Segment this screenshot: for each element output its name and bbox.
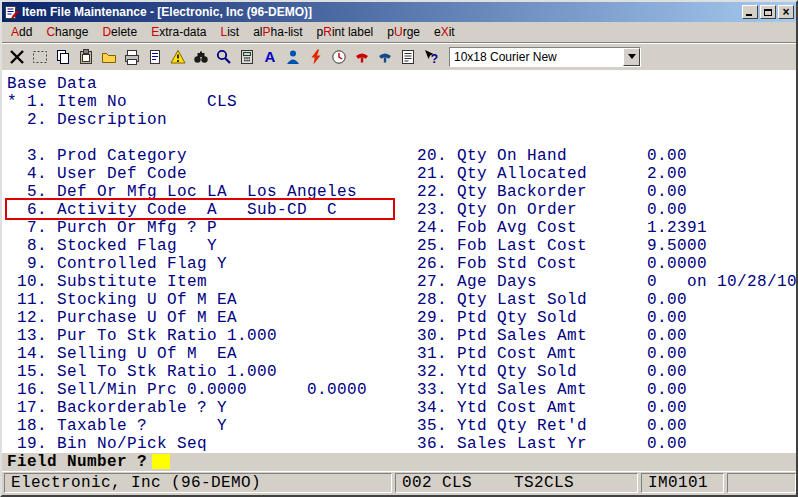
field-row: 11. Stocking U Of M EA	[7, 291, 367, 309]
activity-code-highlight	[5, 198, 395, 220]
status-panel-program: IM0101	[641, 473, 724, 493]
close-button[interactable]: ×	[778, 5, 794, 19]
field-row: 14. Selling U Of M EA	[7, 345, 367, 363]
svg-text:?: ?	[431, 51, 438, 65]
app-window: Item File Maintenance - [Electronic, Inc…	[0, 0, 798, 497]
menu-add[interactable]: Add	[4, 23, 39, 41]
minimize-icon	[746, 14, 752, 16]
field-row: 13. Pur To Stk Ratio 1.000	[7, 327, 367, 345]
font-icon[interactable]: A	[259, 46, 281, 68]
chevron-down-icon	[628, 54, 636, 59]
warning-icon[interactable]	[167, 46, 189, 68]
status-panel-extra	[727, 473, 796, 493]
field-row: 9. Controlled Flag Y	[7, 255, 367, 273]
find-icon[interactable]	[190, 46, 212, 68]
menu-extra-data[interactable]: Extra-data	[144, 23, 213, 41]
folder-icon[interactable]	[98, 46, 120, 68]
field-row: 18. Taxable ? Y	[7, 417, 367, 435]
field-number-prompt: Field Number ?	[2, 453, 147, 471]
status-panel-codes: 002 CLS TS2CLS	[395, 473, 638, 493]
menu-purge[interactable]: pUrge	[380, 23, 427, 41]
field-row: 27. Age Days 0 on 10/28/10	[417, 273, 796, 291]
field-row: 35. Ytd Qty Ret'd 0.00	[417, 417, 796, 435]
status-panel-company: Electronic, Inc (96-DEMO)	[4, 473, 392, 493]
field-row: 36. Sales Last Yr 0.00	[417, 435, 796, 453]
right-field-column: 20. Qty On Hand 0.0021. Qty Allocated 2.…	[417, 147, 796, 453]
font-selector-value: 10x18 Courier New	[450, 50, 623, 64]
field-row: 34. Ytd Cost Amt 0.00	[417, 399, 796, 417]
field-row: 15. Sel To Stk Ratio 1.000	[7, 363, 367, 381]
item-no-line: * 1. Item No CLS	[7, 93, 237, 111]
field-row: 23. Qty On Order 0.00	[417, 201, 796, 219]
field-row: 26. Fob Std Cost 0.0000	[417, 255, 796, 273]
status-code: 002 CLS	[402, 474, 472, 492]
phone-red-icon[interactable]	[351, 46, 373, 68]
print-icon[interactable]	[121, 46, 143, 68]
maximize-icon	[764, 9, 772, 16]
field-number-bar: Field Number ?	[2, 453, 796, 471]
phone-icon[interactable]	[374, 46, 396, 68]
exit-icon[interactable]	[6, 46, 28, 68]
field-row: 3. Prod Category	[7, 147, 367, 165]
status-program: IM0101	[648, 474, 708, 492]
menu-bar: Add Change Delete Extra-data List alPha-…	[2, 22, 796, 42]
menu-alpha-list[interactable]: alPha-list	[246, 23, 309, 41]
status-bar: Electronic, Inc (96-DEMO) 002 CLS TS2CLS…	[2, 471, 796, 495]
form-icon[interactable]	[144, 46, 166, 68]
section-header: Base Data	[7, 75, 97, 93]
field-row: 30. Ptd Sales Amt 0.00	[417, 327, 796, 345]
field-row: 19. Bin No/Pick Seq	[7, 435, 367, 453]
clock-icon[interactable]	[328, 46, 350, 68]
minimize-button[interactable]	[742, 5, 758, 19]
input-cursor[interactable]	[152, 454, 170, 469]
field-row: 16. Sell/Min Prc 0.0000 0.0000	[7, 381, 367, 399]
field-row: 28. Qty Last Sold 0.00	[417, 291, 796, 309]
description-line: 2. Description	[7, 111, 167, 129]
field-row: 24. Fob Avg Cost 1.2391	[417, 219, 796, 237]
paste-icon[interactable]	[75, 46, 97, 68]
flash-icon[interactable]	[305, 46, 327, 68]
help-icon[interactable]: ?	[420, 46, 442, 68]
title-bar[interactable]: Item File Maintenance - [Electronic, Inc…	[2, 2, 796, 22]
window-controls: ×	[742, 5, 794, 19]
left-field-column: 3. Prod Category 4. User Def Code 5. Def…	[7, 147, 367, 453]
field-row: 29. Ptd Qty Sold 0.00	[417, 309, 796, 327]
copy-icon[interactable]	[52, 46, 74, 68]
field-row: 22. Qty Backorder 0.00	[417, 183, 796, 201]
field-row: 31. Ptd Cost Amt 0.00	[417, 345, 796, 363]
menu-print-label[interactable]: pRint label	[310, 23, 381, 41]
toolbar: A ? 10x18 Courier New	[2, 42, 796, 70]
field-row: 10. Substitute Item	[7, 273, 367, 291]
app-icon	[4, 5, 19, 20]
field-row: 7. Purch Or Mfg ? P	[7, 219, 367, 237]
field-row: 20. Qty On Hand 0.00	[417, 147, 796, 165]
field-row: 4. User Def Code	[7, 165, 367, 183]
zoom-icon[interactable]	[213, 46, 235, 68]
svg-text:A: A	[265, 48, 276, 65]
field-row: 17. Backorderable ? Y	[7, 399, 367, 417]
notes-icon[interactable]	[397, 46, 419, 68]
main-content: Base Data * 1. Item No CLS 2. Descriptio…	[2, 70, 796, 453]
maximize-button[interactable]	[760, 5, 776, 19]
field-row: 33. Ytd Sales Amt 0.00	[417, 381, 796, 399]
status-terminal: TS2CLS	[514, 474, 574, 492]
status-company: Electronic, Inc (96-DEMO)	[11, 474, 261, 492]
menu-delete[interactable]: Delete	[95, 23, 144, 41]
font-selector[interactable]: 10x18 Courier New	[449, 47, 641, 67]
menu-list[interactable]: List	[214, 23, 247, 41]
calculator-icon[interactable]	[236, 46, 258, 68]
select-icon[interactable]	[29, 46, 51, 68]
font-selector-dropdown-button[interactable]	[623, 48, 640, 66]
field-row: 8. Stocked Flag Y	[7, 237, 367, 255]
field-row: 25. Fob Last Cost 9.5000	[417, 237, 796, 255]
close-icon: ×	[782, 7, 789, 17]
field-row: 21. Qty Allocated 2.00	[417, 165, 796, 183]
field-row: 12. Purchase U Of M EA	[7, 309, 367, 327]
menu-change[interactable]: Change	[39, 23, 95, 41]
menu-exit[interactable]: eXit	[427, 23, 462, 41]
field-row: 32. Ytd Qty Sold 0.00	[417, 363, 796, 381]
window-title: Item File Maintenance - [Electronic, Inc…	[22, 2, 739, 22]
user-icon[interactable]	[282, 46, 304, 68]
